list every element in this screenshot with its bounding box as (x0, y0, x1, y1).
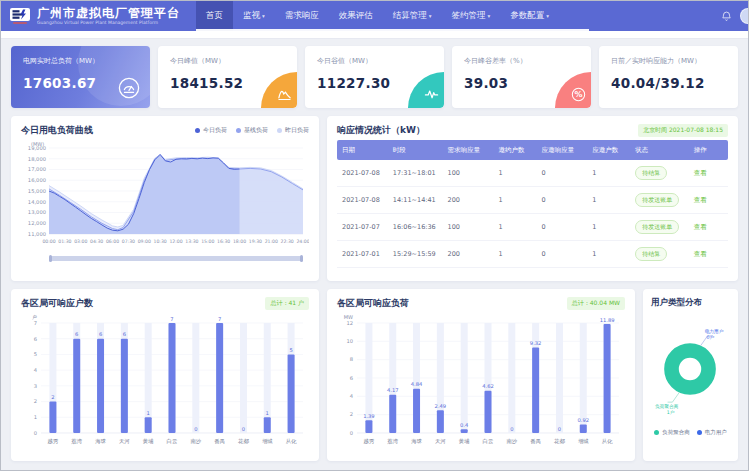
svg-text:17,000: 17,000 (28, 166, 46, 172)
bar-value-label: 4.17 (387, 387, 399, 393)
svg-text:6: 6 (34, 336, 37, 342)
load-curve-title: 今日用电负荷曲线 (21, 124, 93, 137)
response-table: 日期时段需求响应量邀约户数应邀响应量应邀户数状态操作2021-07-0817:3… (337, 140, 728, 268)
legend-item-1[interactable]: 基线负荷 (236, 126, 268, 135)
svg-text:04:30: 04:30 (90, 239, 103, 244)
column-header-0: 日期 (337, 146, 388, 155)
nav-item-label: 参数配置 (510, 10, 544, 22)
dashboard-content: 电网实时总负荷（MW）17603.67今日峰值（MW）18415.52今日谷值（… (1, 39, 748, 469)
legend-item-2[interactable]: 昨日负荷 (277, 126, 309, 135)
bar-value-label: 0.4 (460, 422, 469, 428)
households-chart-title: 各区局可响应户数 (21, 297, 93, 310)
nav-item-1[interactable]: 监视▾ (233, 1, 275, 31)
bar-category-label: 荔湾 (71, 438, 82, 445)
bar-value-label: 2.49 (435, 403, 447, 409)
cell-action: 查看 (689, 223, 728, 232)
legend-item-0[interactable]: 今日负荷 (195, 126, 227, 135)
nav-item-label: 签约管理 (452, 10, 486, 22)
households-total-badge: 总计：41 户 (265, 297, 309, 310)
kpi-label: 日前／实时响应能力（MW） (611, 56, 728, 66)
nav-item-0[interactable]: 首页 (196, 1, 233, 31)
table-row: 2021-07-0817:31~18:01100101待结算查看 (337, 160, 728, 187)
response-stats-title: 响应情况统计（kW） (337, 124, 425, 137)
user-avatar[interactable] (740, 8, 749, 24)
cell-response: 0 (536, 223, 587, 231)
bar (461, 429, 468, 433)
svg-text:24:00: 24:00 (296, 239, 309, 244)
view-link[interactable]: 查看 (694, 169, 707, 177)
bar (413, 389, 420, 433)
svg-text:09:00: 09:00 (138, 239, 151, 244)
nav-item-label: 结算管理 (393, 10, 427, 22)
view-link[interactable]: 查看 (694, 223, 707, 231)
cell-invited: 1 (493, 250, 536, 258)
donut-legend-item-1[interactable]: 电力用户 (697, 429, 727, 436)
svg-text:13:30: 13:30 (185, 239, 198, 244)
datazoom-handle[interactable] (50, 256, 302, 261)
nav-item-5[interactable]: 签约管理▾ (442, 1, 501, 31)
bar-value-label: 4.84 (411, 381, 423, 387)
svg-text:0: 0 (350, 430, 353, 436)
svg-text:7: 7 (34, 320, 37, 326)
legend-dot (236, 128, 241, 133)
bar-value-label: 6 (123, 331, 126, 337)
nav-item-6[interactable]: 参数配置▾ (500, 1, 559, 31)
svg-text:6: 6 (350, 375, 353, 381)
bar-value-label: 1 (266, 410, 269, 416)
bar-category-label: 黄埔 (459, 438, 470, 444)
svg-text:15:00: 15:00 (201, 239, 214, 244)
notification-bell-icon[interactable] (721, 11, 732, 22)
status-badge: 待发送账单 (635, 220, 679, 234)
svg-text:5: 5 (34, 351, 37, 357)
cell-demand: 100 (443, 223, 494, 231)
top-header: 广州市虚拟电厂管理平台 Guangzhou Virtual Power Plan… (1, 1, 748, 31)
kpi-value: 40.04/39.12 (611, 75, 728, 91)
cell-action: 查看 (689, 250, 728, 259)
bar (485, 391, 492, 433)
nav-item-2[interactable]: 需求响应 (275, 1, 329, 31)
view-link[interactable]: 查看 (694, 196, 707, 204)
bar-category-label: 南沙 (190, 438, 201, 445)
donut-legend-item-0[interactable]: 负荷聚合商 (654, 429, 690, 436)
legend-label: 负荷聚合商 (662, 429, 690, 436)
bar-value-label: 2 (51, 394, 54, 400)
kpi-label: 今日峰值（MW） (170, 56, 287, 66)
bar-value-label: 4.62 (482, 383, 494, 389)
load-chart-title: 各区局可响应负荷 (337, 297, 409, 310)
table-row: 2021-07-0814:11~14:41200101待发送账单查看 (337, 187, 728, 214)
svg-text:22:30: 22:30 (281, 239, 294, 244)
bar-track (240, 323, 247, 433)
svg-text:07:30: 07:30 (122, 239, 135, 244)
svg-text:12,000: 12,000 (28, 220, 46, 226)
view-link[interactable]: 查看 (694, 250, 707, 258)
bar (169, 323, 176, 433)
svg-text:11,000: 11,000 (28, 231, 46, 237)
bar (73, 339, 80, 433)
nav-item-4[interactable]: 结算管理▾ (383, 1, 442, 31)
svg-text:18:00: 18:00 (233, 239, 246, 244)
load-curve-panel: 今日用电负荷曲线 今日负荷基线负荷昨日负荷 (MW)11,00012,00013… (11, 116, 319, 281)
kpi-card-4: 日前／实时响应能力（MW）40.04/39.12 (599, 46, 738, 108)
nav-item-label: 首页 (206, 10, 223, 22)
load-curve-legend: 今日负荷基线负荷昨日负荷 (195, 126, 309, 135)
table-row: 2021-07-0716:06~16:36100101待发送账单查看 (337, 214, 728, 241)
nav-item-3[interactable]: 效果评估 (329, 1, 383, 31)
chevron-down-icon: ▾ (429, 13, 432, 19)
gauge-icon (118, 77, 140, 99)
kpi-card-3: 今日峰谷差率（%）39.03% (452, 46, 591, 108)
cell-invited: 1 (493, 169, 536, 177)
datazoom-slider[interactable] (49, 256, 303, 261)
user-type-panel: 用户类型分布 电力用户0户负荷聚合商1户 负荷聚合商电力用户 (643, 289, 738, 461)
cell-status: 待结算 (630, 247, 689, 261)
nav-item-label: 效果评估 (339, 10, 373, 22)
kpi-card-2: 今日谷值（MW）11227.30 (305, 46, 444, 108)
svg-text:19:30: 19:30 (249, 239, 262, 244)
column-header-1: 时段 (388, 146, 443, 155)
bar-category-label: 海珠 (411, 438, 422, 445)
bar (264, 417, 271, 433)
donut-slice (671, 350, 708, 387)
cell-status: 待结算 (630, 166, 689, 180)
status-badge: 待结算 (635, 166, 667, 180)
bar (580, 425, 587, 433)
svg-text:3: 3 (34, 383, 37, 389)
